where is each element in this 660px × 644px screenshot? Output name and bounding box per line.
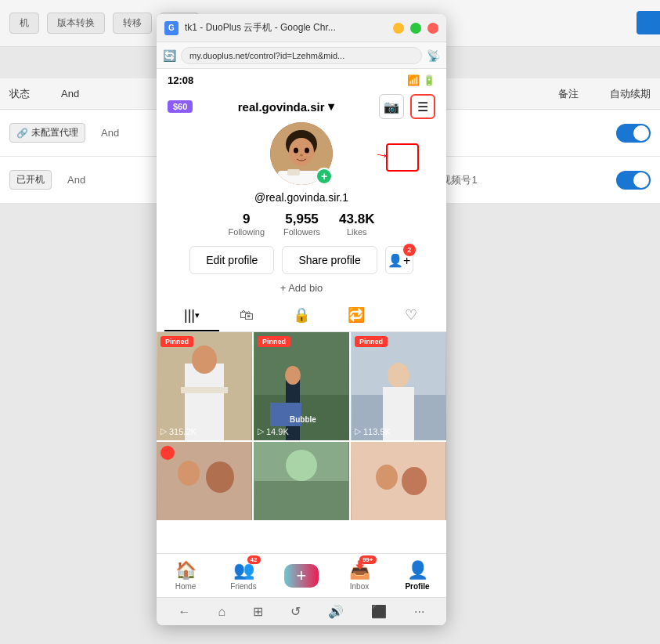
video-row-2 [157,440,446,520]
col-device: And [61,88,79,99]
browser-apps-btn[interactable]: ⊞ [253,604,263,619]
svg-point-29 [376,465,398,490]
friends-label: Friends [230,582,256,591]
dropdown-arrow: ▾ [328,99,334,114]
following-stat[interactable]: 9 Following [229,212,265,237]
followers-stat[interactable]: 5,955 Followers [283,212,320,237]
svg-rect-26 [254,481,348,520]
create-icon[interactable]: + [284,564,319,588]
nav-profile[interactable]: 👤 Profile [388,560,446,591]
tab-locked[interactable]: 🔒 [274,300,329,331]
toolbar-machine-btn[interactable]: 机 [9,13,39,34]
pinned-badge-1: Pinned [160,336,193,347]
profile-handle: @real.govinda.sir.1 [254,191,348,204]
nav-create[interactable]: + [272,564,330,588]
video-grid: Pinned ▷315.2K Bubble Pinned [157,332,446,553]
video-thumb-3[interactable]: Pinned ▷113.5K [349,332,446,440]
video-row-1: Pinned ▷315.2K Bubble Pinned [157,332,446,440]
balance-badge: $60 [168,100,193,113]
action-buttons: Edit profile Share profile 👤+ 2 [189,246,413,274]
back-icon[interactable]: 🔄 [163,49,176,62]
home-label: Home [175,582,197,591]
blue-action-btn[interactable] [637,11,660,34]
video-thumb-5[interactable] [252,442,349,520]
col-note: 备注 [558,87,579,101]
maximize-btn[interactable]: □ [410,23,421,34]
share-profile-btn[interactable]: Share profile [282,246,377,274]
friend-suggestions-btn[interactable]: 👤+ 2 [385,246,413,274]
following-label: Following [229,227,265,237]
nav-friends[interactable]: 👥 42 Friends [215,560,272,591]
svg-point-20 [388,363,409,388]
videos-tab-dropdown: ▾ [195,310,200,320]
svg-rect-7 [287,169,300,175]
video-thumb-1[interactable]: Pinned ▷315.2K [157,332,252,440]
browser-screen-btn[interactable]: ⬛ [371,604,387,619]
add-bio-btn[interactable]: + Add bio [280,282,323,294]
svg-point-2 [289,138,314,166]
svg-point-5 [300,154,303,157]
inbox-badge: 99+ [359,555,377,564]
video-thumb-4[interactable] [157,442,252,520]
edit-profile-btn[interactable]: Edit profile [189,246,274,274]
hamburger-menu-btn[interactable]: ☰ [410,94,435,119]
svg-point-15 [285,366,301,385]
header-action-icons: 📷 ☰ [379,94,435,119]
browser-more-btn[interactable]: ··· [414,605,424,619]
window-titlebar: G tk1 - DuoPlus 云手机 - Google Chr... − □ … [157,14,446,42]
followers-value: 5,955 [285,212,319,227]
inbox-badge-wrapper: 📥 99+ [349,560,370,581]
username-text: real.govinda.sir [238,100,325,114]
friends-badge-wrapper: 👥 42 [233,560,254,581]
svg-rect-11 [181,387,228,393]
minimize-btn[interactable]: − [393,23,404,34]
add-follow-btn[interactable]: + [316,168,333,185]
browser-home-btn[interactable]: ⌂ [218,605,225,619]
status-badge-on: 已开机 [9,170,52,190]
phone-content: 12:08 📶 🔋 $60 real.govinda.sir ▾ 📷 ☰ → [157,69,446,597]
videos-tab-icon: ||| [184,307,195,324]
toggle-1[interactable] [616,124,651,143]
browser-volume-btn[interactable]: 🔊 [328,604,344,619]
friend-badge-count: 2 [403,244,416,256]
svg-point-3 [294,148,298,154]
browser-back-btn[interactable]: ← [178,605,190,619]
toolbar-version-btn[interactable]: 版本转换 [47,13,105,34]
col-auto-renew: 自动续期 [610,87,651,101]
followers-label: Followers [283,227,320,237]
tab-liked[interactable]: ♡ [384,300,438,331]
svg-rect-28 [352,442,445,520]
browser-icon: G [164,21,179,35]
camera-icon-btn[interactable]: 📷 [379,94,404,119]
tiktok-header: $60 real.govinda.sir ▾ 📷 ☰ [157,91,446,122]
pinned-badge-2: Pinned [258,336,290,347]
browser-bottom-bar: ← ⌂ ⊞ ↺ 🔊 ⬛ ··· [157,597,446,625]
video-thumb-6[interactable] [349,442,446,520]
unlink-icon: 🔗 [16,128,28,139]
username-dropdown[interactable]: real.govinda.sir ▾ [238,99,334,114]
cast-icon[interactable]: 📡 [427,49,440,62]
browser-window: G tk1 - DuoPlus 云手机 - Google Chr... − □ … [157,14,446,625]
tab-repost[interactable]: 🔁 [329,300,384,331]
shop-tab-icon: 🛍 [240,307,254,324]
phone-status-bar: 12:08 📶 🔋 [157,69,446,91]
bottom-nav: 🏠 Home 👥 42 Friends + 📥 99+ Inbox [157,553,446,597]
tab-videos[interactable]: ||| ▾ [164,300,219,331]
profile-label: Profile [405,582,429,591]
close-btn[interactable]: × [427,23,438,34]
url-input[interactable]: my.duoplus.net/control?id=Lzehm&mid... [181,47,422,64]
svg-point-10 [192,346,217,374]
nav-inbox[interactable]: 📥 99+ Inbox [330,560,388,591]
toggle-2[interactable] [616,171,651,190]
profile-icon: 👤 [407,560,428,581]
nav-home[interactable]: 🏠 Home [157,560,215,591]
video-thumb-2[interactable]: Bubble Pinned ▷14.9K [252,332,349,440]
svg-point-27 [286,450,317,481]
toolbar-transfer-btn[interactable]: 转移 [113,13,152,34]
profile-body: + @real.govinda.sir.1 9 Following 5,955 … [157,122,446,300]
inbox-label: Inbox [350,582,369,591]
likes-stat[interactable]: 43.8K Likes [339,212,374,237]
repost-tab-icon: 🔁 [348,306,365,324]
tab-shop[interactable]: 🛍 [219,300,274,331]
browser-reload-btn[interactable]: ↺ [290,604,301,619]
